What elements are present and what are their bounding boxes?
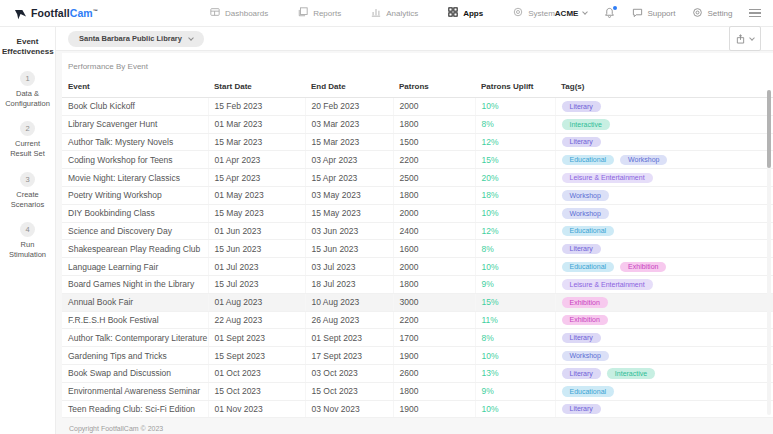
chat-icon (632, 7, 643, 20)
cell-tags: EducationalExhibition (555, 258, 773, 276)
table-row[interactable]: Board Games Night in the Library15 Jul 2… (62, 275, 773, 293)
table-row[interactable]: Environmental Awareness Seminar15 Oct 20… (62, 382, 773, 400)
uplift-value: 8% (482, 333, 494, 343)
table-row[interactable]: Gardening Tips and Tricks15 Sept 202317 … (62, 347, 773, 365)
cell-patrons-uplift: 9% (475, 275, 555, 293)
apps-icon (448, 7, 458, 19)
cell-tags: Interactive (555, 115, 773, 133)
wizard-step-1[interactable]: 1Data & Configuration (0, 71, 55, 109)
table-row[interactable]: Poetry Writing Workshop01 May 202303 May… (62, 186, 773, 204)
section-title: Performance By Event (62, 53, 773, 80)
cell-start-date: 15 May 2023 (208, 204, 305, 222)
nav-item-dashboards[interactable]: Dashboards (210, 7, 268, 19)
chevron-down-icon (188, 35, 194, 41)
brand-name: FootfallCam™ (31, 7, 98, 19)
cell-end-date: 03 Jul 2023 (305, 258, 393, 276)
hamburger-menu-icon[interactable] (749, 7, 761, 20)
nav-item-label: Dashboards (225, 9, 268, 18)
table-row[interactable]: Coding Workshop for Teens01 Apr 202303 A… (62, 151, 773, 169)
export-button[interactable] (729, 26, 761, 51)
notification-dot (613, 6, 617, 10)
cell-patrons: 1600 (393, 240, 475, 258)
support-button[interactable]: Support (632, 7, 675, 20)
notifications-button[interactable] (604, 7, 615, 20)
tag-chip: Interactive (607, 368, 655, 379)
table-row[interactable]: DIY Bookbinding Class15 May 202315 May 2… (62, 204, 773, 222)
setting-label: Setting (707, 9, 732, 18)
table-row[interactable]: Shakespearean Play Reading Club15 Jun 20… (62, 240, 773, 258)
cell-patrons-uplift: 8% (475, 115, 555, 133)
table-row[interactable]: Book Club Kickoff15 Feb 202320 Feb 20232… (62, 98, 773, 116)
wizard-step-3[interactable]: 3Create Scenarios (0, 172, 55, 210)
step-label: Data & Configuration (0, 89, 55, 109)
cell-end-date: 03 Oct 2023 (305, 364, 393, 382)
cell-end-date: 26 Aug 2023 (305, 311, 393, 329)
tag-chip: Exhibition (562, 315, 608, 326)
tag-chip: Exhibition (620, 262, 666, 273)
nav-item-analytics[interactable]: Analytics (371, 7, 418, 19)
wizard-step-4[interactable]: 4Run Stimulation (0, 222, 55, 260)
cell-patrons-uplift: 12% (475, 222, 555, 240)
table-row[interactable]: Author Talk: Contemporary Literature01 S… (62, 329, 773, 347)
cell-event: Shakespearean Play Reading Club (62, 240, 208, 258)
performance-card: Performance By Event EventStart DateEnd … (62, 53, 773, 418)
cell-event: Book Club Kickoff (62, 98, 208, 116)
table-row[interactable]: Teen Reading Club: Sci-Fi Edition01 Nov … (62, 400, 773, 418)
cell-end-date: 10 Aug 2023 (305, 293, 393, 311)
uplift-value: 13% (482, 368, 499, 378)
table-row[interactable]: Author Talk: Mystery Novels15 Mar 202315… (62, 133, 773, 151)
table-row[interactable]: Annual Book Fair01 Aug 202310 Aug 202330… (62, 293, 773, 311)
footfallcam-logo[interactable]: FootfallCam™ (14, 7, 164, 19)
cell-start-date: 15 Sept 2023 (208, 347, 305, 365)
table-row[interactable]: Language Learning Fair01 Jul 202303 Jul … (62, 258, 773, 276)
nav-item-system[interactable]: System (513, 7, 555, 19)
scrollbar-thumb[interactable] (767, 90, 771, 168)
app-window: FootfallCam™ DashboardsReportsAnalyticsA… (0, 0, 773, 434)
wizard-step-2[interactable]: 2Current Result Set (0, 121, 55, 159)
cell-event: Coding Workshop for Teens (62, 151, 208, 169)
main-nav: DashboardsReportsAnalyticsAppsSystem (210, 7, 555, 19)
uplift-value: 10% (482, 404, 499, 414)
cell-end-date: 15 May 2023 (305, 204, 393, 222)
setting-button[interactable]: Setting (692, 7, 732, 20)
scrollbar-track[interactable] (767, 90, 771, 415)
tag-chip: Educational (562, 386, 615, 397)
uplift-value: 8% (482, 244, 494, 254)
table-header-row: EventStart DateEnd DatePatronsPatrons Up… (62, 80, 773, 98)
account-menu[interactable]: ACME (555, 9, 588, 18)
site-selector-chip[interactable]: Santa Barbara Public Library (68, 31, 204, 47)
uplift-value: 11% (482, 315, 498, 325)
cell-tags: Leisure & Entertainment (555, 169, 773, 187)
cell-end-date: 03 Mar 2023 (305, 115, 393, 133)
filter-bar: Santa Barbara Public Library (56, 27, 773, 51)
nav-item-reports[interactable]: Reports (298, 7, 341, 19)
table-row[interactable]: Science and Discovery Day01 Jun 202303 J… (62, 222, 773, 240)
cell-start-date: 01 Mar 2023 (208, 115, 305, 133)
page-background: Performance By Event EventStart DateEnd … (56, 51, 773, 434)
cell-patrons: 2000 (393, 258, 475, 276)
chevron-down-icon (749, 35, 755, 41)
top-navigation-bar: FootfallCam™ DashboardsReportsAnalyticsA… (0, 0, 773, 27)
table-row[interactable]: F.R.E.S.H Book Festival22 Aug 202326 Aug… (62, 311, 773, 329)
cell-start-date: 01 May 2023 (208, 186, 305, 204)
cell-tags: Leisure & Entertainment (555, 275, 773, 293)
cell-end-date: 15 Mar 2023 (305, 133, 393, 151)
cell-start-date: 15 Feb 2023 (208, 98, 305, 116)
table-row[interactable]: Movie Night: Literary Classics15 Apr 202… (62, 169, 773, 187)
cell-patrons-uplift: 15% (475, 293, 555, 311)
step-number: 1 (20, 71, 35, 86)
table-row[interactable]: Book Swap and Discussion01 Oct 202303 Oc… (62, 364, 773, 382)
uplift-value: 12% (482, 226, 499, 236)
reports-icon (298, 7, 308, 19)
nav-item-apps[interactable]: Apps (448, 7, 483, 19)
cell-end-date: 15 Jun 2023 (305, 240, 393, 258)
table-row[interactable]: Library Scavenger Hunt01 Mar 202303 Mar … (62, 115, 773, 133)
nav-item-label: Analytics (386, 9, 418, 18)
nav-item-label: Reports (313, 9, 341, 18)
tag-chip: Literary (562, 244, 601, 255)
step-number: 4 (20, 222, 35, 237)
cell-patrons-uplift: 11% (475, 311, 555, 329)
cell-tags: Workshop (555, 204, 773, 222)
cell-tags: Exhibition (555, 293, 773, 311)
cell-patrons-uplift: 15% (475, 151, 555, 169)
